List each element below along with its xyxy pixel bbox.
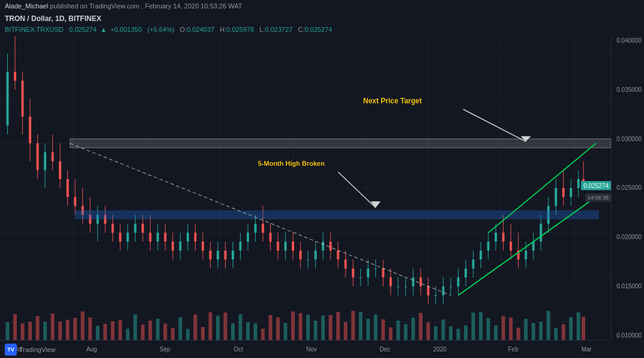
- y-axis: 0.040000 0.035000 0.030000 0.025000 0.02…: [611, 36, 644, 340]
- x-label-dec: Dec: [379, 346, 390, 353]
- price-level-025: 0.025000: [616, 184, 642, 191]
- publish-datetime: February 14, 2020 10:53:26 WAT: [145, 2, 242, 10]
- close-value: 0.025274: [305, 26, 333, 33]
- x-label-mar: Mar: [582, 346, 592, 353]
- price-level-030: 0.030000: [616, 136, 642, 142]
- price-level-010: 0.010000: [616, 332, 642, 339]
- x-label-feb: Feb: [508, 346, 518, 353]
- x-label-nov: Nov: [306, 346, 317, 353]
- chart-area: [0, 36, 611, 340]
- price-level-035: 0.035000: [616, 86, 642, 93]
- high-label: H:: [220, 26, 226, 33]
- x-label-aug: Aug: [86, 346, 97, 353]
- x-label-oct: Oct: [233, 346, 243, 353]
- low-value: 0.023727: [265, 26, 293, 33]
- chart-header: Alade_Michael published on TradingView.c…: [0, 0, 644, 12]
- price-level-020: 0.020000: [616, 234, 642, 240]
- current-price: 0.025274: [69, 26, 97, 33]
- close-label: C:: [298, 26, 305, 33]
- published-text: published on: [50, 2, 89, 10]
- x-label-2020: 2020: [433, 346, 447, 353]
- low-label: L:: [259, 26, 265, 33]
- price-level-015: 0.015000: [616, 283, 642, 290]
- price-info-line: BITFINEX:TRXUSD 0.025274 ▲ +0.001350 (+5…: [5, 25, 333, 35]
- tv-icon: TV: [5, 344, 17, 356]
- price-chart-canvas: [0, 36, 611, 340]
- high-value: 0.025978: [226, 26, 254, 33]
- price-level-040: 0.040000: [616, 37, 642, 44]
- open-label: O:: [180, 26, 187, 33]
- price-change: +0.001350: [110, 26, 142, 33]
- current-price-tag: 0.025274: [581, 181, 611, 190]
- ticker-symbol: BITFINEX:TRXUSD: [5, 26, 64, 33]
- chart-title: TRON / Dollar, 1D, BITFINEX: [5, 13, 333, 25]
- tradingview-text: TradingView: [19, 346, 56, 353]
- x-label-sep: Sep: [160, 346, 170, 353]
- current-time-tag: 14:06:38: [585, 193, 611, 202]
- tradingview-logo: TV TradingView: [5, 344, 56, 356]
- author-name: Alade_Michael: [5, 2, 48, 10]
- open-value: 0.024037: [187, 26, 214, 33]
- x-axis: Jul Aug Sep Oct Nov Dec 2020 Feb Mar: [0, 340, 611, 358]
- platform-name: TradingView.com: [89, 2, 139, 10]
